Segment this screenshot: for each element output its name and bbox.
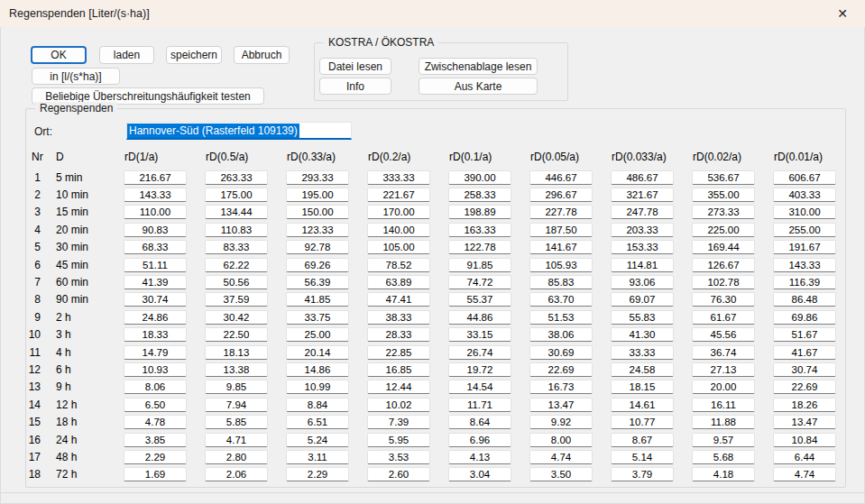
value-field[interactable]: 69.07 (611, 292, 674, 307)
value-field[interactable]: 22.85 (367, 345, 430, 360)
value-field[interactable]: 7.39 (367, 415, 430, 429)
value-field[interactable]: 6.96 (448, 433, 511, 447)
value-field[interactable]: 4.18 (692, 467, 755, 481)
value-field[interactable]: 8.84 (286, 398, 349, 412)
value-field[interactable]: 30.74 (124, 292, 187, 307)
value-field[interactable]: 273.33 (692, 205, 755, 219)
aus-karte-button[interactable]: Aus Karte (419, 78, 538, 95)
value-field[interactable]: 45.56 (692, 327, 755, 342)
value-field[interactable]: 10.02 (367, 398, 430, 412)
value-field[interactable]: 5.85 (205, 415, 268, 429)
value-field[interactable]: 85.83 (529, 275, 593, 289)
value-field[interactable]: 51.53 (529, 310, 593, 325)
value-field[interactable]: 63.70 (529, 292, 593, 307)
value-field[interactable]: 2.29 (124, 450, 187, 464)
value-field[interactable]: 38.33 (367, 310, 430, 325)
value-field[interactable]: 33.33 (611, 345, 674, 360)
zwischenablage-lesen-button[interactable]: Zwischenablage lesen (419, 58, 538, 75)
value-field[interactable]: 8.67 (611, 433, 674, 447)
value-field[interactable]: 169.44 (692, 240, 755, 254)
value-field[interactable]: 13.47 (773, 415, 836, 429)
value-field[interactable]: 150.00 (286, 205, 349, 219)
value-field[interactable]: 114.81 (611, 258, 674, 272)
value-field[interactable]: 3.11 (286, 450, 349, 464)
value-field[interactable]: 10.99 (286, 380, 349, 394)
value-field[interactable]: 41.85 (286, 292, 349, 307)
value-field[interactable]: 83.33 (205, 240, 268, 254)
value-field[interactable]: 19.72 (448, 362, 511, 377)
value-field[interactable]: 123.33 (286, 223, 349, 237)
value-field[interactable]: 122.78 (448, 240, 511, 254)
value-field[interactable]: 140.00 (367, 223, 430, 237)
value-field[interactable]: 258.33 (448, 188, 511, 202)
value-field[interactable]: 16.11 (692, 398, 755, 412)
value-field[interactable]: 11.71 (448, 398, 511, 412)
value-field[interactable]: 61.67 (692, 310, 755, 325)
close-icon[interactable]: ✕ (825, 0, 860, 27)
unit-toggle-button[interactable]: in [l/(s*ha)] (32, 68, 120, 85)
value-field[interactable]: 14.54 (448, 380, 511, 394)
value-field[interactable]: 216.67 (124, 170, 187, 185)
value-field[interactable]: 51.11 (124, 258, 187, 272)
info-button[interactable]: Info (319, 78, 391, 95)
value-field[interactable]: 14.79 (124, 345, 187, 360)
value-field[interactable]: 310.00 (773, 205, 836, 219)
value-field[interactable]: 606.67 (773, 170, 836, 185)
value-field[interactable]: 24.58 (611, 362, 674, 377)
value-field[interactable]: 78.52 (367, 258, 430, 272)
value-field[interactable]: 446.67 (529, 170, 593, 185)
value-field[interactable]: 4.78 (124, 415, 187, 429)
value-field[interactable]: 91.85 (448, 258, 511, 272)
value-field[interactable]: 24.86 (124, 310, 187, 325)
value-field[interactable]: 25.00 (286, 327, 349, 342)
value-field[interactable]: 27.13 (692, 362, 755, 377)
value-field[interactable]: 16.73 (529, 380, 593, 394)
value-field[interactable]: 56.39 (286, 275, 349, 289)
value-field[interactable]: 16.85 (367, 362, 430, 377)
value-field[interactable]: 247.78 (611, 205, 674, 219)
value-field[interactable]: 1.69 (124, 467, 187, 481)
value-field[interactable]: 227.78 (529, 205, 593, 219)
value-field[interactable]: 141.67 (529, 240, 593, 254)
value-field[interactable]: 3.50 (529, 467, 593, 481)
value-field[interactable]: 4.71 (205, 433, 268, 447)
value-field[interactable]: 110.00 (124, 205, 187, 219)
value-field[interactable]: 41.39 (124, 275, 187, 289)
value-field[interactable]: 10.93 (124, 362, 187, 377)
value-field[interactable]: 36.74 (692, 345, 755, 360)
value-field[interactable]: 225.00 (692, 223, 755, 237)
value-field[interactable]: 33.15 (448, 327, 511, 342)
value-field[interactable]: 2.60 (367, 467, 430, 481)
value-field[interactable]: 44.86 (448, 310, 511, 325)
value-field[interactable]: 187.50 (529, 223, 593, 237)
value-field[interactable]: 22.50 (205, 327, 268, 342)
value-field[interactable]: 255.00 (773, 223, 836, 237)
abbruch-button[interactable]: Abbruch (234, 46, 290, 64)
value-field[interactable]: 355.00 (692, 188, 755, 202)
value-field[interactable]: 30.42 (205, 310, 268, 325)
value-field[interactable]: 9.92 (529, 415, 593, 429)
value-field[interactable]: 22.69 (773, 380, 836, 394)
value-field[interactable]: 10.77 (611, 415, 674, 429)
value-field[interactable]: 13.47 (529, 398, 593, 412)
value-field[interactable]: 63.89 (367, 275, 430, 289)
value-field[interactable]: 5.95 (367, 433, 430, 447)
value-field[interactable]: 3.53 (367, 450, 430, 464)
value-field[interactable]: 536.67 (692, 170, 755, 185)
value-field[interactable]: 86.48 (773, 292, 836, 307)
value-field[interactable]: 22.69 (529, 362, 593, 377)
value-field[interactable]: 26.74 (448, 345, 511, 360)
value-field[interactable]: 6.44 (773, 450, 836, 464)
value-field[interactable]: 170.00 (367, 205, 430, 219)
value-field[interactable]: 4.74 (529, 450, 593, 464)
value-field[interactable]: 3.79 (611, 467, 674, 481)
value-field[interactable]: 12.44 (367, 380, 430, 394)
ok-button[interactable]: OK (31, 46, 87, 64)
value-field[interactable]: 4.13 (448, 450, 511, 464)
speichern-button[interactable]: speichern (166, 46, 222, 64)
value-field[interactable]: 8.06 (124, 380, 187, 394)
value-field[interactable]: 9.85 (205, 380, 268, 394)
value-field[interactable]: 68.33 (124, 240, 187, 254)
value-field[interactable]: 13.38 (205, 362, 268, 377)
value-field[interactable]: 105.93 (529, 258, 593, 272)
